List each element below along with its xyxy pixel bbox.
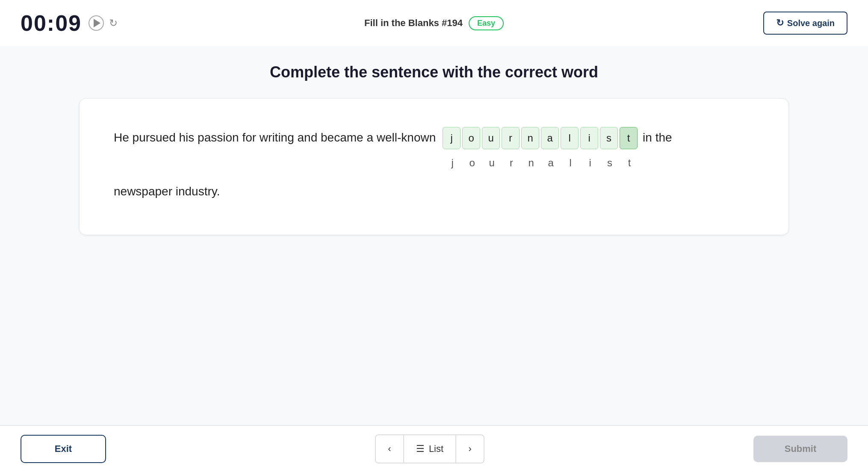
letter-box-n[interactable]: n <box>521 127 539 149</box>
letter-box-s[interactable]: s <box>600 127 618 149</box>
next-button[interactable]: › <box>455 434 484 463</box>
hint-l: l <box>561 152 579 174</box>
chevron-left-icon: ‹ <box>388 443 391 454</box>
letter-boxes-row: j o u r n a l i s t <box>443 127 638 149</box>
letter-box-j[interactable]: j <box>443 127 461 149</box>
letter-box-a[interactable]: a <box>541 127 559 149</box>
list-label: List <box>429 443 443 454</box>
hint-u: u <box>483 152 501 174</box>
solve-again-label: Solve again <box>787 18 835 28</box>
nav-controls: ‹ ☰ List › <box>375 434 484 463</box>
answer-hint-row: j o u r n a l i s t <box>443 152 639 174</box>
hint-t: t <box>620 152 638 174</box>
hint-s: s <box>601 152 619 174</box>
letter-box-i[interactable]: i <box>580 127 598 149</box>
hint-a: a <box>542 152 560 174</box>
letter-box-o[interactable]: o <box>462 127 480 149</box>
chevron-right-icon: › <box>468 443 471 454</box>
hint-j: j <box>443 152 461 174</box>
hint-r: r <box>502 152 520 174</box>
play-icon <box>94 19 100 27</box>
hint-o: o <box>463 152 481 174</box>
letter-box-l[interactable]: l <box>561 127 579 149</box>
letter-box-u[interactable]: u <box>482 127 500 149</box>
submit-button[interactable]: Submit <box>753 436 847 462</box>
play-pause-button[interactable] <box>89 15 104 31</box>
timer-section: 00:09 ↻ <box>21 10 118 36</box>
footer: Exit ‹ ☰ List › Submit <box>0 425 868 472</box>
header: 00:09 ↻ Fill in the Blanks #194 Easy ↻ S… <box>0 0 868 46</box>
sentence-after: in the <box>643 126 672 150</box>
solve-again-button[interactable]: ↻ Solve again <box>763 12 847 35</box>
puzzle-title: Fill in the Blanks #194 <box>364 18 463 29</box>
letter-box-t[interactable]: t <box>620 127 638 149</box>
exit-button[interactable]: Exit <box>21 435 106 463</box>
exercise-card: He pursued his passion for writing and b… <box>79 98 789 235</box>
timer-display: 00:09 <box>21 10 82 36</box>
letter-box-r[interactable]: r <box>502 127 520 149</box>
hint-n: n <box>522 152 540 174</box>
prev-button[interactable]: ‹ <box>375 434 404 463</box>
list-button[interactable]: ☰ List <box>404 434 455 463</box>
reset-timer-button[interactable]: ↻ <box>109 17 118 29</box>
list-icon: ☰ <box>416 443 425 454</box>
puzzle-info: Fill in the Blanks #194 Easy <box>364 16 504 30</box>
difficulty-badge: Easy <box>469 16 504 30</box>
main-content: Complete the sentence with the correct w… <box>0 46 868 425</box>
page-title: Complete the sentence with the correct w… <box>270 63 598 81</box>
hint-i: i <box>581 152 599 174</box>
solve-again-icon: ↻ <box>776 18 784 29</box>
refresh-icon: ↻ <box>109 17 118 29</box>
sentence-continuation: newspaper industry. <box>114 185 754 198</box>
sentence-before: He pursued his passion for writing and b… <box>114 126 436 150</box>
timer-controls: ↻ <box>89 15 118 31</box>
